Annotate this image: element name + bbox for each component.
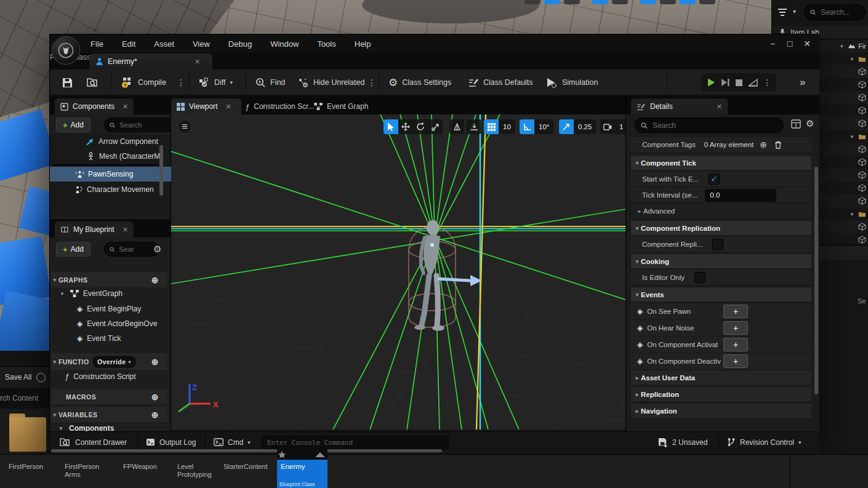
diff-button[interactable]: Diff ▾	[199, 70, 233, 95]
macros-section-header[interactable]: MACROS ⊕	[51, 389, 167, 404]
myblueprint-tab[interactable]: My Blueprint ✕	[55, 222, 134, 238]
details-settings-gear[interactable]: ⚙	[806, 118, 814, 129]
construction-script-tab[interactable]: ƒ Construction Scr...	[245, 98, 314, 114]
components-tab[interactable]: Components ✕	[55, 98, 134, 114]
bg-toolbar-button[interactable]	[524, 0, 540, 4]
close-panel-icon[interactable]: ✕	[123, 103, 128, 111]
viewport-menu-button[interactable]: ≡	[177, 119, 192, 134]
add-on-component-activated-event[interactable]: +	[723, 338, 748, 351]
camera-speed-value[interactable]: 1	[615, 119, 625, 134]
variables-section-header[interactable]: ▾ VARIABLES ⊕	[51, 407, 167, 422]
world-space-button[interactable]	[449, 119, 464, 134]
content-item-fpweapon[interactable]: FPWeapon	[123, 463, 166, 471]
is-editor-only-checkbox[interactable]	[694, 272, 705, 283]
camera-speed-control[interactable]: 1	[600, 119, 625, 134]
rotate-tool-button[interactable]	[413, 119, 428, 134]
toolbar-overflow-button[interactable]: »	[800, 70, 805, 95]
search-content-bar[interactable]: rch Content	[0, 388, 49, 409]
save-button[interactable]	[62, 70, 73, 95]
myblueprint-search[interactable]	[104, 242, 159, 257]
tick-interval-input[interactable]: 0.0	[705, 189, 776, 202]
bg-toolbar-button-active[interactable]	[680, 0, 696, 4]
filter-chevron-icon[interactable]: ▾	[793, 8, 796, 15]
section-navigation[interactable]: ▸ Navigation	[631, 404, 811, 418]
override-dropdown[interactable]: Override ▾	[92, 355, 137, 369]
add-variable-button[interactable]: ⊕	[151, 410, 159, 420]
settings-circle-icon[interactable]	[36, 373, 46, 382]
details-search-input[interactable]	[651, 121, 778, 130]
menu-window[interactable]: Window	[269, 39, 300, 49]
rotation-snap-control[interactable]: 10°	[520, 119, 553, 134]
outliner-search[interactable]	[804, 4, 866, 20]
menu-file[interactable]: File	[89, 39, 105, 49]
bottom-scrollbar[interactable]	[51, 449, 442, 452]
asset-tab-enermy[interactable]: Enermy* ✕	[89, 54, 212, 70]
surface-snapping-button[interactable]	[467, 119, 481, 134]
scale-snap-control[interactable]: 0.25	[559, 119, 596, 134]
play-options-kebab[interactable]: ⋮	[763, 78, 771, 87]
stop-button[interactable]	[735, 79, 743, 87]
details-tab[interactable]: Details ✕	[631, 98, 728, 114]
eventgraph-item[interactable]: ▾ EventGraph	[58, 289, 123, 298]
add-component-button[interactable]: + Add	[56, 118, 90, 132]
close-panel-icon[interactable]: ✕	[123, 226, 128, 234]
add-function-button[interactable]: ⊕	[151, 357, 159, 367]
maximize-button[interactable]: □	[781, 39, 798, 49]
components-search-input[interactable]	[118, 121, 169, 129]
minimize-button[interactable]: −	[764, 39, 781, 49]
myblueprint-add-button[interactable]: + Add	[56, 242, 90, 257]
section-events[interactable]: ▾ Events	[631, 287, 811, 302]
section-component-tick[interactable]: ▾ Component Tick	[631, 156, 811, 170]
play-button[interactable]	[706, 78, 716, 87]
components-search[interactable]	[104, 118, 174, 132]
compile-options-kebab[interactable]: ⋮	[177, 70, 185, 95]
content-item-firstperson[interactable]: FirstPerson	[9, 463, 52, 471]
filter-icon[interactable]	[778, 7, 791, 18]
add-on-component-deactivated-event[interactable]: +	[723, 354, 748, 368]
functions-section-header[interactable]: ▾ FUNCTIO Override ▾ ⊕	[51, 353, 167, 370]
unsaved-button[interactable]: 2 Unsaved	[658, 432, 707, 452]
class-defaults-button[interactable]: Class Defaults	[468, 70, 533, 95]
revision-control-dropdown[interactable]: Revision Control ▾	[727, 432, 802, 452]
add-macro-button[interactable]: ⊕	[151, 392, 159, 402]
save-all-button[interactable]: Save All	[5, 373, 31, 382]
hide-unrelated-button[interactable]: Hide Unrelated	[297, 70, 364, 95]
add-tag-button[interactable]: ⊕	[760, 140, 767, 150]
trash-icon[interactable]	[774, 141, 782, 149]
details-search[interactable]	[635, 118, 784, 133]
event-graph-tab[interactable]: Event Graph	[314, 98, 368, 114]
eject-button[interactable]	[748, 78, 758, 87]
content-item-level-prototyping[interactable]: Level Prototyping	[177, 463, 215, 479]
class-settings-button[interactable]: ⚙ Class Settings	[388, 70, 451, 95]
scale-tool-button[interactable]	[428, 119, 443, 134]
content-item-firstperson-arms[interactable]: FirstPerson Arms	[65, 463, 104, 479]
advanced-expander[interactable]: ▸ Advanced	[631, 204, 811, 219]
display-options-icon[interactable]	[791, 119, 801, 129]
section-component-replication[interactable]: ▾ Component Replication	[631, 221, 811, 236]
compile-button[interactable]: ? Compile	[121, 70, 166, 95]
bg-toolbar-button-active[interactable]	[640, 0, 656, 4]
hide-unrelated-kebab[interactable]: ⋮	[368, 70, 376, 95]
section-replication[interactable]: ▸ Replication	[631, 387, 811, 402]
details-scrollbar[interactable]	[814, 167, 818, 394]
bg-toolbar-button[interactable]	[612, 0, 628, 4]
section-asset-user-data[interactable]: ▸ Asset User Data	[631, 370, 811, 385]
content-folder-tile[interactable]	[0, 409, 49, 455]
browse-button[interactable]	[87, 70, 98, 95]
event-beginplay-item[interactable]: ◈ Event BeginPlay	[77, 305, 141, 313]
close-window-button[interactable]: ✕	[798, 39, 816, 49]
console-command-input[interactable]	[262, 436, 449, 450]
components-scrollbar[interactable]	[159, 145, 163, 196]
bg-toolbar-button-active[interactable]	[544, 0, 560, 4]
event-tick-item[interactable]: ◈ Event Tick	[77, 334, 121, 343]
add-on-hear-noise-event[interactable]: +	[723, 321, 748, 335]
viewport-tab[interactable]: Viewport ✕	[171, 98, 241, 114]
viewport-3d[interactable]: Z X ≡ Perspective Lit 10 10°	[171, 114, 625, 430]
add-on-see-pawn-event[interactable]: +	[723, 305, 748, 318]
menu-asset[interactable]: Asset	[153, 39, 175, 49]
myblueprint-settings-gear[interactable]: ⚙	[153, 244, 161, 255]
find-button[interactable]: Find	[255, 70, 285, 95]
content-item-startercontent[interactable]: StarterContent	[223, 463, 273, 471]
close-panel-icon[interactable]: ✕	[717, 103, 722, 111]
content-item-enermy-selected[interactable]: Enermy Blueprint Class	[277, 449, 328, 488]
